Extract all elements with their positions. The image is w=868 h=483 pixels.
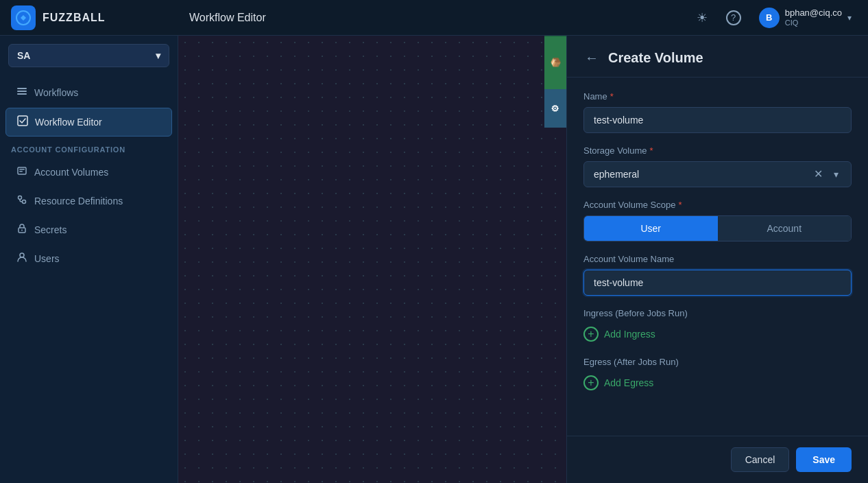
sidebar-section-label: ACCOUNT CONFIGURATION: [0, 137, 178, 158]
svg-point-11: [21, 230, 23, 231]
sidebar-item-resource-definitions-label: Resource Definitions: [34, 196, 123, 207]
volumes-tab[interactable]: 📦 Volumes: [544, 36, 566, 89]
ingress-field-group: Ingress (Before Jobs Run) + Add Ingress: [583, 308, 852, 344]
header-title: Workflow Editor: [189, 12, 690, 24]
add-ingress-button[interactable]: + Add Ingress: [583, 324, 852, 344]
logo-text: FUZZBALL: [43, 12, 106, 24]
avatar: B: [759, 8, 780, 28]
sun-icon: ☀: [697, 10, 708, 25]
save-button[interactable]: Save: [796, 447, 852, 472]
right-panel: ← Create Volume Name * Storage Volume * …: [566, 36, 868, 483]
scope-required: *: [678, 200, 682, 210]
egress-label: Egress (After Jobs Run): [583, 357, 852, 367]
user-email: bphan@ciq.co: [785, 8, 842, 19]
sidebar-item-secrets-label: Secrets: [34, 224, 67, 235]
add-egress-button[interactable]: + Add Egress: [583, 373, 852, 393]
svg-rect-7: [19, 171, 23, 172]
add-ingress-icon: +: [583, 327, 599, 342]
user-menu[interactable]: B bphan@ciq.co CIQ ▾: [754, 5, 857, 31]
svg-point-12: [20, 253, 24, 257]
help-button[interactable]: ?: [722, 6, 745, 30]
egress-field-group: Egress (After Jobs Run) + Add Egress: [583, 357, 852, 393]
svg-rect-2: [17, 91, 27, 92]
name-field-group: Name *: [583, 91, 852, 133]
account-volume-name-input[interactable]: [583, 270, 852, 296]
back-button[interactable]: ←: [583, 49, 600, 66]
logo-icon: [11, 5, 36, 30]
sidebar-item-account-volumes-label: Account Volumes: [34, 167, 108, 178]
chevron-down-icon: ▾: [847, 13, 852, 23]
volumes-tab-label: Volumes: [566, 46, 566, 80]
ingress-label: Ingress (Before Jobs Run): [583, 308, 852, 318]
help-icon: ?: [726, 10, 741, 25]
sidebar-item-secrets[interactable]: Secrets: [5, 216, 172, 244]
jobs-tab[interactable]: ⚙ Jobs: [544, 89, 566, 128]
canvas-background: [178, 36, 566, 483]
svg-point-9: [23, 200, 26, 204]
workspace-selector[interactable]: SA ▾: [8, 44, 169, 67]
logo-area: FUZZBALL: [11, 5, 189, 30]
storage-volume-required: *: [650, 145, 653, 156]
svg-rect-3: [17, 93, 27, 95]
storage-volume-clear-button[interactable]: ✕: [811, 169, 825, 180]
sidebar: SA ▾ Workflows Workflow Editor: [0, 36, 178, 483]
name-label: Name *: [583, 91, 852, 102]
storage-volume-select[interactable]: ephemeral ✕ ▾: [583, 161, 852, 187]
sidebar-item-users-label: Users: [34, 253, 60, 264]
top-header: FUZZBALL Workflow Editor ☀ ? B bphan@ciq…: [0, 0, 868, 36]
add-ingress-label: Add Ingress: [604, 329, 655, 340]
workspace-chevron-icon: ▾: [156, 50, 160, 61]
sidebar-item-workflows-label: Workflows: [34, 87, 78, 98]
account-volume-name-label: Account Volume Name: [583, 254, 852, 264]
svg-rect-6: [19, 169, 25, 170]
account-volumes-icon: [16, 165, 27, 179]
secrets-icon: [16, 223, 27, 237]
resource-definitions-icon: [16, 194, 27, 208]
account-volume-name-field-group: Account Volume Name: [583, 254, 852, 296]
workflow-editor-icon: [17, 115, 28, 129]
header-actions: ☀ ? B bphan@ciq.co CIQ ▾: [690, 5, 857, 31]
workflows-icon: [16, 86, 27, 99]
sidebar-item-users[interactable]: Users: [5, 245, 172, 272]
jobs-tab-icon: ⚙: [550, 104, 560, 114]
scope-account-button[interactable]: Account: [718, 216, 852, 241]
user-info: bphan@ciq.co CIQ: [785, 8, 842, 27]
scope-field-group: Account Volume Scope * User Account: [583, 200, 852, 242]
user-org: CIQ: [785, 19, 842, 27]
add-egress-label: Add Egress: [604, 377, 653, 388]
volumes-tab-icon: 📦: [550, 58, 561, 68]
panel-body: Name * Storage Volume * ephemeral ✕ ▾: [567, 78, 868, 436]
storage-volume-value: ephemeral: [594, 169, 806, 180]
panel-title: Create Volume: [608, 50, 703, 66]
svg-rect-1: [17, 88, 27, 89]
side-tabs: 📦 Volumes ⚙ Jobs: [544, 36, 566, 128]
svg-rect-4: [18, 116, 27, 126]
name-input[interactable]: [583, 107, 852, 133]
scope-toggle-group: User Account: [583, 215, 852, 242]
sidebar-item-workflow-editor[interactable]: Workflow Editor: [5, 108, 172, 137]
sidebar-item-account-volumes[interactable]: Account Volumes: [5, 158, 172, 186]
light-mode-button[interactable]: ☀: [690, 6, 714, 30]
panel-footer: Cancel Save: [567, 436, 868, 483]
cancel-button[interactable]: Cancel: [731, 447, 790, 472]
name-required: *: [610, 91, 614, 102]
canvas-area: 📦 Volumes ⚙ Jobs: [178, 36, 566, 483]
sidebar-item-workflow-editor-label: Workflow Editor: [35, 117, 102, 128]
storage-volume-dropdown-button[interactable]: ▾: [831, 169, 841, 179]
users-icon: [16, 252, 27, 266]
sidebar-item-workflows[interactable]: Workflows: [5, 79, 172, 106]
storage-volume-label: Storage Volume *: [583, 145, 852, 156]
add-egress-icon: +: [583, 375, 599, 390]
jobs-tab-label: Jobs: [566, 99, 566, 118]
scope-user-button[interactable]: User: [584, 216, 718, 241]
svg-point-8: [19, 196, 22, 200]
panel-header: ← Create Volume: [567, 36, 868, 78]
sidebar-item-resource-definitions[interactable]: Resource Definitions: [5, 187, 172, 215]
storage-volume-field-group: Storage Volume * ephemeral ✕ ▾: [583, 145, 852, 187]
workspace-label: SA: [17, 50, 30, 61]
main-layout: SA ▾ Workflows Workflow Editor: [0, 36, 868, 483]
scope-label: Account Volume Scope *: [583, 200, 852, 210]
